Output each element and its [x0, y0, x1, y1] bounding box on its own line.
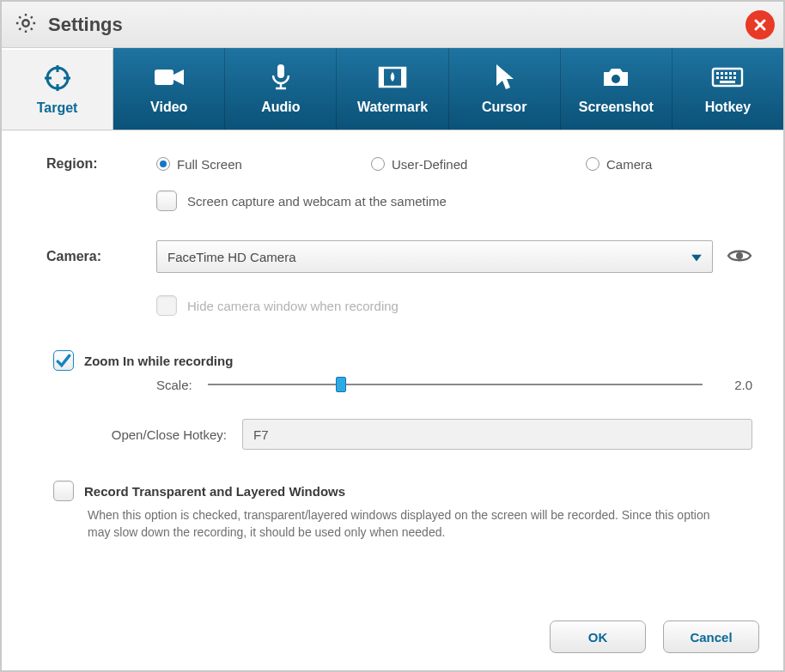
- region-row: Region: Full Screen User-Defined Camera: [46, 156, 752, 172]
- svg-rect-9: [277, 64, 284, 78]
- checkbox-hide-camera-window: Hide camera window when recording: [156, 295, 399, 316]
- radio-user-defined[interactable]: User-Defined: [371, 157, 586, 172]
- checkbox-zoom-in-recording[interactable]: Zoom In while recording: [53, 350, 752, 371]
- radio-full-screen-label: Full Screen: [177, 157, 242, 172]
- svg-rect-20: [729, 72, 732, 75]
- scale-row: Scale: 2.0: [156, 376, 752, 393]
- tab-hotkey-label: Hotkey: [705, 100, 751, 115]
- svg-rect-13: [380, 68, 384, 87]
- close-button[interactable]: [745, 10, 775, 39]
- checkbox-box-icon: [156, 295, 177, 316]
- svg-point-15: [612, 75, 620, 83]
- tab-watermark[interactable]: Watermark: [337, 48, 448, 130]
- camera-label: Camera:: [46, 249, 156, 264]
- camera-icon: [600, 63, 631, 92]
- svg-rect-18: [721, 72, 723, 75]
- checkbox-screen-webcam-label: Screen capture and webcam at the sametim…: [187, 194, 447, 209]
- target-icon: [43, 64, 72, 93]
- ok-button-label: OK: [588, 630, 608, 645]
- hotkey-input[interactable]: F7: [242, 419, 752, 450]
- svg-rect-21: [733, 72, 736, 75]
- radio-full-screen[interactable]: Full Screen: [156, 157, 371, 172]
- radio-dot-icon: [586, 157, 599, 171]
- checkbox-box-icon: [53, 481, 74, 501]
- radio-camera[interactable]: Camera: [586, 157, 652, 172]
- slider-track: [208, 384, 703, 385]
- checkbox-box-icon: [156, 191, 177, 211]
- scale-value: 2.0: [718, 378, 752, 392]
- checkbox-zoom-label: Zoom In while recording: [84, 354, 233, 368]
- svg-rect-14: [401, 68, 405, 87]
- cancel-button[interactable]: Cancel: [663, 621, 759, 653]
- checkbox-screen-webcam-same-time[interactable]: Screen capture and webcam at the sametim…: [156, 191, 447, 211]
- eye-icon: [727, 247, 752, 264]
- footer: OK Cancel: [550, 621, 759, 653]
- svg-rect-19: [725, 72, 727, 75]
- scale-label: Scale:: [156, 378, 192, 392]
- titlebar: Settings: [2, 2, 783, 48]
- tab-video[interactable]: Video: [113, 48, 225, 130]
- svg-rect-8: [155, 70, 173, 85]
- svg-rect-25: [729, 76, 732, 79]
- tab-target[interactable]: Target: [2, 48, 113, 130]
- radio-dot-icon: [371, 157, 385, 171]
- checkbox-hide-camera-label: Hide camera window when recording: [187, 299, 399, 313]
- cancel-button-label: Cancel: [690, 630, 732, 645]
- svg-rect-27: [720, 81, 735, 83]
- scale-slider[interactable]: [208, 376, 703, 393]
- camera-preview-button[interactable]: [727, 247, 752, 267]
- tab-cursor-label: Cursor: [482, 100, 526, 115]
- keyboard-icon: [711, 63, 744, 92]
- tab-watermark-label: Watermark: [357, 100, 428, 115]
- tab-hotkey[interactable]: Hotkey: [672, 48, 783, 130]
- tab-cursor[interactable]: Cursor: [449, 48, 561, 130]
- ok-button[interactable]: OK: [550, 621, 646, 653]
- radio-user-defined-label: User-Defined: [392, 157, 467, 172]
- tabs: Target Video Audio: [2, 48, 783, 130]
- checkbox-box-icon: [53, 350, 74, 371]
- hotkey-label: Open/Close Hotkey:: [74, 427, 227, 442]
- close-icon: [753, 18, 767, 32]
- record-transparent-description: When this option is checked, transparent…: [88, 506, 723, 542]
- tab-audio-label: Audio: [261, 100, 300, 115]
- microphone-icon: [269, 63, 293, 92]
- window-title: Settings: [48, 14, 745, 36]
- hotkey-row: Open/Close Hotkey: F7: [74, 419, 752, 450]
- radio-dot-icon: [156, 157, 170, 171]
- watermark-icon: [377, 63, 408, 92]
- gear-icon: [14, 11, 38, 38]
- checkbox-record-transparent[interactable]: Record Transparent and Layered Windows: [53, 481, 752, 501]
- tab-target-label: Target: [37, 100, 78, 116]
- svg-rect-22: [716, 76, 719, 79]
- target-panel: Region: Full Screen User-Defined Camera: [2, 130, 783, 542]
- svg-rect-23: [721, 76, 723, 79]
- svg-rect-26: [733, 76, 736, 79]
- svg-marker-28: [691, 255, 702, 262]
- svg-point-29: [736, 252, 743, 259]
- camera-select[interactable]: FaceTime HD Camera: [156, 240, 713, 273]
- svg-point-0: [22, 20, 28, 26]
- slider-knob[interactable]: [336, 377, 346, 392]
- camera-select-value: FaceTime HD Camera: [167, 250, 295, 264]
- camera-row: Camera: FaceTime HD Camera: [46, 240, 752, 273]
- tab-audio[interactable]: Audio: [225, 48, 337, 130]
- radio-camera-label: Camera: [606, 157, 652, 172]
- settings-window: Settings Target: [0, 0, 785, 672]
- tab-screenshot[interactable]: Screenshot: [561, 48, 672, 130]
- region-label: Region:: [46, 156, 156, 172]
- chevron-down-icon: [691, 250, 702, 264]
- svg-rect-17: [716, 72, 719, 75]
- checkbox-record-transparent-label: Record Transparent and Layered Windows: [84, 484, 345, 499]
- tab-screenshot-label: Screenshot: [579, 100, 654, 115]
- hotkey-value: F7: [253, 427, 269, 442]
- cursor-icon: [493, 63, 515, 92]
- region-radio-group: Full Screen User-Defined Camera: [156, 157, 752, 172]
- svg-rect-24: [725, 76, 727, 79]
- video-icon: [152, 63, 186, 92]
- tab-video-label: Video: [150, 100, 187, 115]
